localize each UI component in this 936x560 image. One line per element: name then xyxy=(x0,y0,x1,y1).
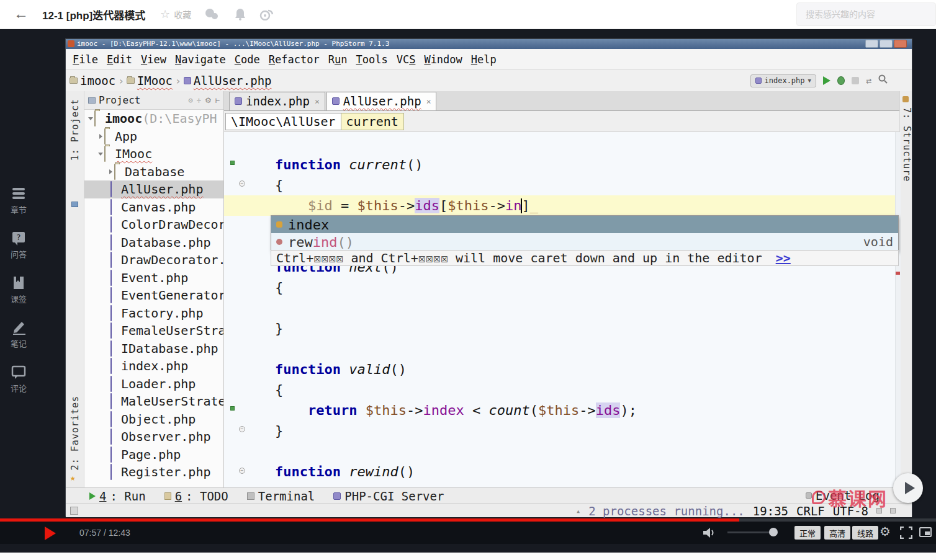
error-stripe[interactable] xyxy=(895,132,901,487)
close-tab-icon[interactable]: × xyxy=(315,97,320,106)
quality-button[interactable]: 高清 xyxy=(824,526,850,540)
expander-icon[interactable] xyxy=(87,117,94,120)
tree-item-index-php[interactable]: index.php xyxy=(84,357,223,375)
tree-item-app[interactable]: App xyxy=(84,128,223,146)
tree-item-imooc[interactable]: imooc (D:\EasyPH xyxy=(84,110,223,128)
tree-item-factory-php[interactable]: Factory.php xyxy=(84,304,223,322)
hint-link[interactable]: >> xyxy=(776,251,791,265)
divider-icon[interactable]: ÷ xyxy=(197,96,201,105)
expander-icon[interactable] xyxy=(97,134,104,139)
settings-gear-icon[interactable]: ⚙ xyxy=(205,96,212,105)
volume-icon[interactable] xyxy=(701,526,716,542)
menu-item[interactable]: Help xyxy=(467,53,501,66)
lookup-box[interactable]: current xyxy=(341,113,404,130)
tree-item-canvas-php[interactable]: Canvas.php xyxy=(84,198,223,216)
coverage-button[interactable] xyxy=(852,77,859,84)
tool-button-project[interactable]: 1: Project xyxy=(70,99,81,161)
completion-item-rewind[interactable]: rewind() void xyxy=(271,233,898,251)
maximize-button[interactable] xyxy=(880,40,893,48)
tree-item-maleuserstrate[interactable]: MaleUserStrate xyxy=(84,393,223,411)
menu-item[interactable]: VCS xyxy=(392,53,420,66)
close-tab-icon[interactable]: × xyxy=(426,97,431,106)
minimize-button[interactable] xyxy=(865,40,878,48)
bell-icon[interactable] xyxy=(232,6,248,22)
menu-item[interactable]: Window xyxy=(420,53,466,66)
sidebar-item-qa[interactable]: ? 问答 xyxy=(0,231,37,260)
tab-index-php[interactable]: index.php × xyxy=(229,92,325,110)
search-everywhere-icon[interactable] xyxy=(878,74,888,87)
fullscreen-icon[interactable] xyxy=(900,527,912,541)
hide-icon[interactable]: ⊢ xyxy=(215,96,220,105)
theater-mode-icon[interactable] xyxy=(919,527,932,537)
sidebar-item-bookmark[interactable]: 课签 xyxy=(0,275,37,304)
tree-item-page-php[interactable]: Page.php xyxy=(84,446,223,464)
volume-slider[interactable] xyxy=(727,531,777,533)
wechat-share-icon[interactable] xyxy=(204,6,220,22)
namespace-path-box[interactable]: \IMooc\AllUser xyxy=(225,113,341,130)
sidebar-item-notes[interactable]: 笔记 xyxy=(0,320,37,349)
toolwindow-button-php-cgi-server[interactable]: PHP-CGI Server xyxy=(333,489,444,503)
line-separator[interactable]: CRLF xyxy=(796,504,825,518)
tool-button-structure[interactable]: 7: Structure xyxy=(901,107,912,182)
tree-item-observer-php[interactable]: Observer.php xyxy=(84,428,223,446)
back-arrow-icon[interactable]: ← xyxy=(14,5,29,22)
search-input[interactable] xyxy=(796,2,936,26)
seek-bar[interactable] xyxy=(0,518,936,522)
tree-item-database[interactable]: Database xyxy=(84,163,223,181)
toolwindow-button--todo[interactable]: 6: TODO xyxy=(164,489,228,503)
fold-icon: − xyxy=(239,180,245,187)
expander-icon[interactable] xyxy=(97,153,104,156)
run-button[interactable] xyxy=(823,76,830,85)
tree-item-imooc[interactable]: IMooc xyxy=(84,145,223,163)
completion-item-index[interactable]: index xyxy=(271,216,898,233)
breadcrumb-item-file[interactable]: AllUser.php xyxy=(184,74,272,87)
menu-item[interactable]: Code xyxy=(230,53,264,66)
tree-item-drawdecorator-[interactable]: DrawDecorator. xyxy=(84,251,223,269)
run-config-select[interactable]: index.php ▼ xyxy=(750,74,816,87)
tree-item-register-php[interactable]: Register.php xyxy=(84,463,223,481)
event-log-button[interactable]: Event Log xyxy=(806,487,880,504)
expander-icon[interactable] xyxy=(107,169,114,174)
tree-item-eventgenerator[interactable]: EventGenerator xyxy=(84,287,223,304)
toolwindow-toggle-icon[interactable] xyxy=(70,507,78,515)
menu-item[interactable]: Refactor xyxy=(264,53,324,66)
menu-item[interactable]: File xyxy=(68,53,102,66)
line-button[interactable]: 线路 xyxy=(852,526,878,540)
background-processes[interactable]: 2 processes running... xyxy=(588,504,745,518)
toolwindow-button-terminal[interactable]: Terminal xyxy=(247,489,315,503)
caret-position[interactable]: 19:35 xyxy=(753,504,788,518)
next-episode-button[interactable] xyxy=(893,473,923,503)
tree-item-alluser-php[interactable]: AllUser.php xyxy=(84,180,223,198)
code-editor[interactable]: − − − function current(){ $id = $this->i… xyxy=(224,132,901,487)
menu-item[interactable]: Run xyxy=(324,53,352,66)
close-button[interactable] xyxy=(894,40,907,48)
sidebar-item-chapters[interactable]: 章节 xyxy=(0,186,37,215)
menu-item[interactable]: View xyxy=(137,53,171,66)
breadcrumb-item-imooc[interactable]: imooc xyxy=(70,74,115,87)
settings-gear-icon[interactable]: ⚙ xyxy=(880,524,891,539)
debug-button[interactable] xyxy=(837,76,845,85)
tree-item-colordrawdecor[interactable]: ColorDrawDecor xyxy=(84,216,223,234)
update-icon[interactable]: ⇄ xyxy=(866,75,871,86)
weibo-share-icon[interactable] xyxy=(258,6,274,22)
tree-item-object-php[interactable]: Object.php xyxy=(84,411,223,429)
collapse-icon[interactable]: ⊝ xyxy=(189,96,193,105)
volume-knob[interactable] xyxy=(769,528,778,536)
tab-alluser-php[interactable]: AllUser.php × xyxy=(326,92,437,110)
play-button[interactable] xyxy=(45,527,56,540)
toolwindow-button--run[interactable]: 4: Run xyxy=(89,489,146,503)
tree-item-idatabase-php[interactable]: IDatabase.php xyxy=(84,340,223,358)
sidebar-item-comments[interactable]: 评论 xyxy=(0,365,37,394)
menu-item[interactable]: Tools xyxy=(351,53,392,66)
tree-item-database-php[interactable]: Database.php xyxy=(84,234,223,252)
tree-item-event-php[interactable]: Event.php xyxy=(84,269,223,287)
speed-button[interactable]: 正常 xyxy=(794,526,821,540)
tool-button-favorites[interactable]: 2: Favorites xyxy=(70,396,81,470)
menu-item[interactable]: Edit xyxy=(102,53,137,66)
file-encoding[interactable]: UTF-8 xyxy=(833,504,868,518)
tree-item-femaleuserstra[interactable]: FemaleUserStra xyxy=(84,322,223,340)
menu-item[interactable]: Navigate xyxy=(171,53,230,66)
breadcrumb-item-imooc-ns[interactable]: IMooc xyxy=(127,74,173,87)
tree-item-loader-php[interactable]: Loader.php xyxy=(84,375,223,393)
favorite-button[interactable]: ☆ 收藏 xyxy=(160,7,191,21)
